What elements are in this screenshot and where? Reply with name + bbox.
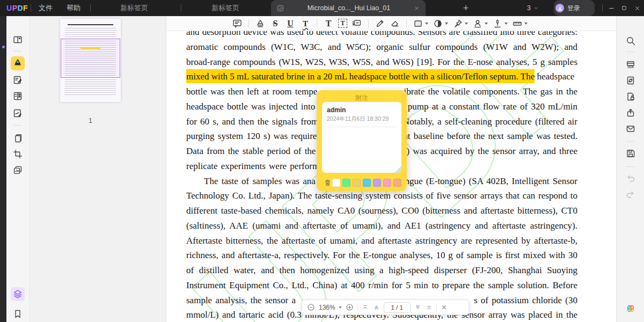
tool-measure[interactable] (512, 18, 528, 29)
tool-callout[interactable] (352, 18, 362, 29)
tool-shape-ellipse[interactable] (433, 18, 448, 29)
note-resize-corner[interactable] (394, 166, 401, 173)
last-page-icon[interactable] (425, 303, 433, 311)
previous-page-icon[interactable] (372, 303, 380, 311)
tool-strikethrough[interactable]: S (270, 18, 281, 29)
sidebar-item-signature[interactable] (11, 106, 25, 120)
menu-help[interactable]: 帮助 (62, 0, 85, 16)
zoom-dropdown-caret[interactable] (339, 306, 342, 309)
tab-active-document[interactable]: Microbial_co..._Hui Liao_01 (271, 0, 426, 16)
divider (626, 166, 635, 167)
document-line: mixed with 5 mL saturated brine in a 20 … (186, 69, 577, 84)
tool-sticky-note[interactable] (232, 18, 243, 29)
page-1-thumbnail[interactable] (60, 19, 121, 102)
tool-stamp-person[interactable] (472, 18, 488, 29)
line-right-fragment: s) was acquired by the sensor array, and… (403, 144, 577, 159)
login-button[interactable]: 登录 (554, 0, 595, 16)
document-line: richness, and aftertaste-a, respectively… (186, 248, 577, 263)
maximize-button[interactable] (618, 0, 630, 16)
tool-highlight[interactable] (255, 18, 266, 29)
sidebar-item-ai-assistant[interactable] (624, 302, 638, 316)
zoom-out-icon[interactable] (306, 303, 316, 312)
tool-text-box[interactable]: T (338, 19, 347, 28)
tab-new-2[interactable]: 新标签页 (185, 0, 266, 16)
note-author: admin (327, 106, 397, 114)
sidebar-item-mail[interactable] (624, 122, 638, 136)
divider (248, 19, 249, 28)
squiggly-icon: T (300, 18, 311, 29)
sidebar-item-reader[interactable] (11, 33, 25, 47)
highlighted-text[interactable]: mixed with 5 mL saturated brine in a 20 … (186, 69, 535, 83)
document-page[interactable]: UPDF and desorption device was used to d… (166, 31, 616, 322)
tool-eraser[interactable] (390, 18, 400, 29)
first-page-icon[interactable] (361, 303, 369, 311)
menu-file[interactable]: 文件 (34, 0, 57, 16)
tab-new-1[interactable]: 新标签页 (94, 0, 174, 16)
sticky-note-popup[interactable]: 附注 admin 2024年11月6日 18:30:29 (317, 90, 407, 191)
line-right-fragment: dle pump at a constant flow rate of 320 … (393, 99, 577, 114)
note-color-swatch-4[interactable] (363, 179, 371, 187)
sidebar-item-save[interactable] (624, 147, 638, 160)
note-color-swatch-6[interactable] (383, 179, 391, 187)
chevron-down-icon[interactable] (445, 23, 448, 25)
sidebar-item-bookmark[interactable] (11, 307, 25, 321)
chevron-down-icon[interactable] (485, 23, 488, 25)
tool-shape-rect[interactable] (413, 18, 428, 29)
new-tab-button[interactable]: + (460, 0, 471, 16)
page-thumbnail-panel: 1 (30, 16, 166, 322)
chevron-down-icon[interactable] (504, 23, 508, 25)
tool-typewriter[interactable]: T (323, 18, 334, 29)
window-titlebar: UPDF 文件 帮助 新标签页 新标签页 Microbial_co..._Hui… (0, 0, 644, 16)
divider (13, 51, 22, 52)
tool-squiggly[interactable]: T (300, 18, 311, 29)
sidebar-item-ocr[interactable]: OCR (624, 57, 638, 71)
divider (626, 52, 635, 52)
shape-rect-icon (413, 18, 423, 29)
sidebar-item-undo[interactable] (624, 171, 638, 185)
line-left-fragment: Data from the stable period of the (186, 144, 316, 159)
note-color-swatch-1[interactable] (332, 179, 340, 187)
sidebar-item-edit-pdf[interactable] (11, 73, 25, 87)
next-page-icon[interactable] (414, 303, 422, 311)
close-toolbar-icon[interactable] (440, 303, 448, 311)
line-text: headspace (535, 71, 574, 82)
close-button[interactable] (631, 0, 643, 16)
chevron-down-icon[interactable] (524, 23, 528, 25)
page-indicator[interactable]: 1 / 1 (384, 302, 411, 313)
tab-count-dropdown[interactable]: 3 (527, 0, 539, 16)
sidebar-item-search[interactable] (624, 34, 638, 48)
chevron-down-icon[interactable] (465, 23, 468, 25)
tool-pin[interactable] (452, 18, 468, 29)
sidebar-item-layers[interactable] (11, 287, 25, 301)
sidebar-item-crop[interactable] (11, 147, 25, 161)
sidebar-item-capture[interactable] (11, 163, 25, 177)
tool-underline[interactable]: U (285, 18, 296, 29)
capture-icon (12, 165, 23, 175)
thumbnail-viewport-rect[interactable] (61, 39, 120, 78)
sidebar-item-annotate[interactable] (11, 56, 25, 70)
note-color-swatch-7[interactable] (393, 179, 401, 187)
line-left-fragment: bottle was then left at room tempe (186, 84, 317, 99)
sidebar-item-forms[interactable] (11, 89, 25, 103)
left-sidebar (6, 16, 30, 322)
sidebar-item-convert[interactable] (624, 74, 638, 87)
avatar (555, 4, 564, 12)
trash-icon[interactable] (323, 178, 332, 187)
note-comment-area[interactable]: admin 2024年11月6日 18:30:29 (322, 102, 401, 173)
zoom-in-icon[interactable] (345, 303, 354, 312)
tool-stamp-sign[interactable] (492, 18, 508, 29)
note-color-swatch-3[interactable] (353, 179, 361, 187)
close-tab-icon[interactable] (413, 5, 420, 12)
annotation-toolbar: SUTTT (166, 16, 616, 31)
note-color-swatch-5[interactable] (373, 179, 381, 187)
sidebar-item-protect[interactable] (624, 90, 638, 104)
chevron-down-icon[interactable] (425, 23, 428, 25)
sidebar-item-share[interactable] (624, 106, 638, 120)
sidebar-item-redo[interactable] (624, 187, 638, 201)
minimize-button[interactable] (605, 0, 617, 16)
sidebar-item-feedback[interactable] (624, 319, 638, 322)
note-color-swatch-2[interactable] (342, 179, 350, 187)
tool-pencil[interactable] (375, 18, 385, 29)
sidebar-item-organize-pages[interactable] (11, 131, 25, 145)
divider (181, 4, 181, 12)
